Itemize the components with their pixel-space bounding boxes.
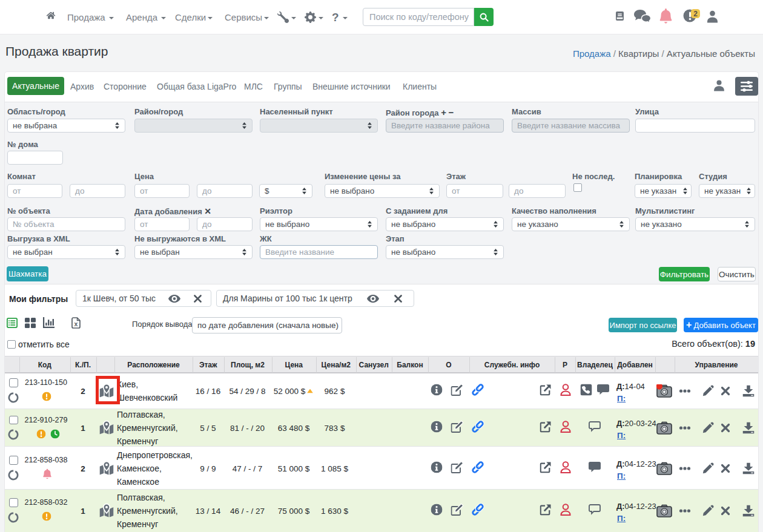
- svg-text:2: 2: [693, 10, 698, 18]
- svg-text:x: x: [74, 320, 78, 327]
